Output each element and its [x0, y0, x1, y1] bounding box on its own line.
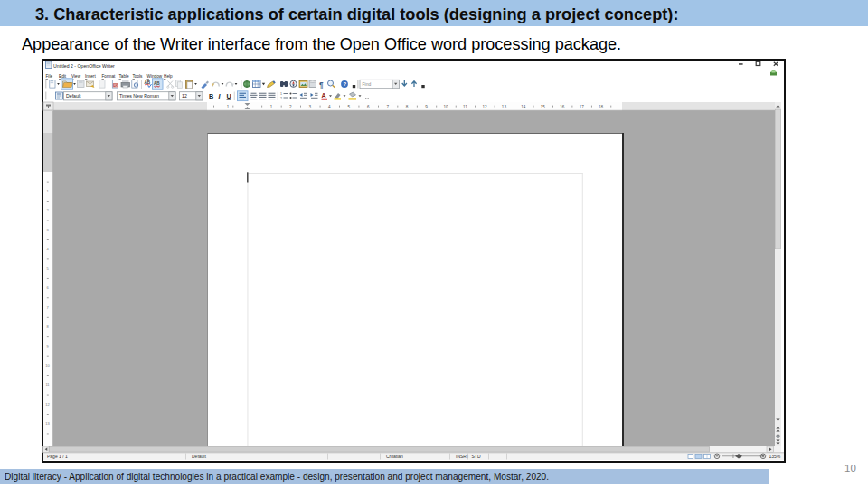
- svg-text:Find: Find: [363, 81, 372, 87]
- svg-text:Table: Table: [119, 74, 130, 79]
- svg-text:Page 1 / 1: Page 1 / 1: [47, 454, 68, 459]
- svg-text:10: 10: [443, 105, 448, 109]
- svg-text:Window: Window: [147, 74, 163, 79]
- svg-text:7: 7: [386, 105, 389, 109]
- svg-text:INSRT: INSRT: [456, 454, 469, 459]
- svg-text:File: File: [46, 74, 53, 79]
- svg-text:B: B: [209, 92, 213, 100]
- svg-text:5: 5: [348, 105, 351, 109]
- svg-text:12: 12: [45, 402, 50, 407]
- svg-text:PDF: PDF: [113, 84, 118, 88]
- svg-text:14: 14: [521, 105, 526, 109]
- svg-text:AB: AB: [154, 81, 160, 86]
- svg-text:A: A: [322, 92, 326, 99]
- svg-text:8: 8: [406, 105, 409, 109]
- svg-text:17: 17: [580, 105, 585, 109]
- svg-text:12: 12: [182, 93, 187, 99]
- svg-text:15: 15: [541, 105, 546, 109]
- svg-text:13: 13: [502, 105, 507, 109]
- svg-text:10: 10: [45, 363, 50, 368]
- svg-text:16: 16: [560, 105, 565, 109]
- svg-text:STD: STD: [472, 454, 481, 459]
- svg-text:Help: Help: [164, 74, 173, 79]
- svg-text:13: 13: [45, 421, 50, 426]
- svg-text:Times New Roman: Times New Roman: [119, 93, 159, 99]
- svg-text:Untitled 2 - OpenOffice Writer: Untitled 2 - OpenOffice Writer: [53, 63, 115, 69]
- svg-text:I: I: [219, 92, 222, 100]
- svg-text:Edit: Edit: [59, 74, 67, 79]
- svg-text:Insert: Insert: [85, 74, 96, 79]
- svg-text:11: 11: [463, 105, 467, 109]
- svg-text:3: 3: [309, 105, 312, 109]
- svg-text:Default: Default: [192, 454, 206, 459]
- svg-text:6: 6: [367, 105, 370, 109]
- svg-text:?: ?: [344, 81, 347, 87]
- svg-text:U: U: [227, 92, 231, 100]
- svg-text:Default: Default: [66, 93, 81, 99]
- svg-text:18: 18: [599, 105, 604, 109]
- svg-text:9: 9: [425, 105, 428, 109]
- svg-text:12: 12: [482, 105, 487, 109]
- svg-text:Format: Format: [102, 74, 117, 79]
- svg-text:1: 1: [270, 105, 273, 109]
- svg-text:2: 2: [280, 97, 282, 100]
- svg-text:View: View: [71, 74, 81, 79]
- svg-text:Tools: Tools: [133, 74, 144, 79]
- svg-text:1: 1: [280, 92, 282, 96]
- svg-text:¶: ¶: [319, 81, 324, 89]
- svg-text:Croatian: Croatian: [386, 454, 403, 459]
- svg-text:135%: 135%: [769, 454, 781, 459]
- svg-text:2: 2: [289, 105, 292, 109]
- svg-text:1: 1: [227, 105, 230, 109]
- svg-text:4: 4: [328, 105, 331, 109]
